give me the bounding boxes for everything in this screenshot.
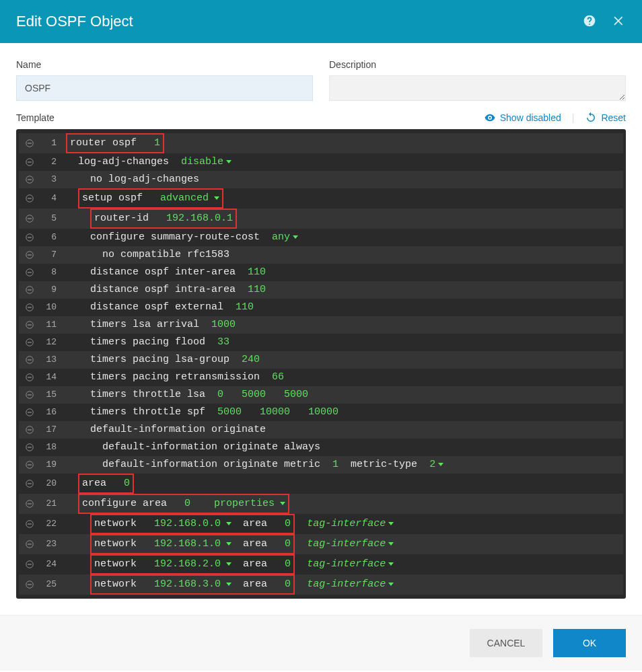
code-line[interactable]: 4 setup ospf advanced [19,188,623,209]
gutter-icon[interactable] [19,285,40,295]
gutter-icon[interactable] [19,499,40,509]
gutter-icon[interactable] [19,157,40,167]
name-label: Name [16,59,313,70]
code-line[interactable]: 23 network 192.168.1.0 area 0 tag-interf… [19,534,623,554]
dialog-footer: CANCEL OK [0,615,642,671]
code-line[interactable]: 1 router ospf 1 [19,133,623,153]
code-line[interactable]: 19 default-information originate metric … [19,456,623,474]
gutter-icon[interactable] [19,390,40,400]
code-line[interactable]: 24 network 192.168.2.0 area 0 tag-interf… [19,554,623,574]
code-line[interactable]: 25 network 192.168.3.0 area 0 tag-interf… [19,574,623,595]
eye-icon [484,112,496,124]
chevron-down-icon[interactable] [226,515,231,532]
line-number: 3 [40,171,62,188]
chevron-down-icon[interactable] [226,153,231,170]
gutter-icon[interactable] [19,268,40,277]
code-line[interactable]: 17 default-information originate [19,421,623,439]
gutter-icon[interactable] [19,250,40,260]
code-line[interactable]: 2 log-adj-changes disable [19,153,623,171]
svg-rect-23 [28,342,32,343]
chevron-down-icon[interactable] [280,494,285,512]
reset-button[interactable]: Reset [585,112,626,124]
code-line[interactable]: 11 timers lsa arrival 1000 [19,316,623,334]
code-line[interactable]: 20 area 0 [19,474,623,494]
line-number: 9 [40,281,62,299]
close-icon[interactable] [612,14,626,30]
line-number: 19 [40,456,62,474]
svg-rect-21 [28,325,32,326]
ok-button[interactable]: OK [553,629,626,657]
svg-rect-43 [28,524,32,525]
svg-rect-41 [28,504,32,505]
gutter-icon[interactable] [19,425,40,435]
code-line[interactable]: 15 timers throttle lsa 0 5000 5000 [19,386,623,404]
line-number: 4 [40,190,62,207]
gutter-icon[interactable] [19,560,40,569]
gutter-icon[interactable] [19,355,40,365]
line-number: 14 [40,369,62,386]
gutter-icon[interactable] [19,539,40,549]
cancel-button[interactable]: CANCEL [470,629,542,657]
code-line[interactable]: 5 router-id 192.168.0.1 [19,209,623,229]
chevron-down-icon[interactable] [388,515,394,532]
code-line[interactable]: 9 distance ospf intra-area 110 [19,281,623,299]
code-line[interactable]: 21 configure area 0 properties [19,494,623,514]
gutter-icon[interactable] [19,214,40,223]
chevron-down-icon[interactable] [226,535,231,552]
chevron-down-icon[interactable] [293,228,298,246]
code-line[interactable]: 8 distance ospf inter-area 110 [19,264,623,281]
gutter-icon[interactable] [19,460,40,470]
chevron-down-icon[interactable] [388,575,394,593]
gutter-icon[interactable] [19,320,40,330]
svg-rect-25 [28,360,32,361]
line-number: 10 [40,299,62,316]
gutter-icon[interactable] [19,338,40,347]
dialog-title: Edit OSPF Object [16,13,133,30]
gutter-icon[interactable] [19,519,40,529]
chevron-down-icon[interactable] [226,555,231,572]
gutter-icon[interactable] [19,139,40,148]
chevron-down-icon[interactable] [226,575,231,593]
code-line[interactable]: 12 timers pacing flood 33 [19,334,623,351]
chevron-down-icon[interactable] [388,555,394,572]
svg-rect-33 [28,430,32,431]
line-number: 11 [40,316,62,334]
gutter-icon[interactable] [19,175,40,184]
svg-rect-35 [28,447,32,448]
name-input[interactable] [16,75,313,101]
code-line[interactable]: 6 configure summary-route-cost any [19,229,623,246]
chevron-down-icon[interactable] [388,535,394,552]
code-line[interactable]: 13 timers pacing lsa-group 240 [19,351,623,369]
chevron-down-icon[interactable] [438,455,443,473]
line-number: 22 [40,515,62,533]
gutter-icon[interactable] [19,233,40,242]
code-line[interactable]: 18 default-information originate always [19,439,623,456]
code-line[interactable]: 3 no log-adj-changes [19,171,623,188]
svg-rect-11 [28,237,32,238]
code-line[interactable]: 7 no compatible rfc1583 [19,246,623,264]
line-number: 5 [40,210,62,227]
line-number: 7 [40,246,62,264]
code-line[interactable]: 10 distance ospf external 110 [19,299,623,316]
svg-rect-9 [28,219,32,219]
gutter-icon[interactable] [19,580,40,589]
help-icon[interactable] [583,14,596,30]
gutter-icon[interactable] [19,443,40,452]
gutter-icon[interactable] [19,373,40,382]
code-line[interactable]: 22 network 192.168.0.0 area 0 tag-interf… [19,514,623,534]
svg-rect-37 [28,465,32,465]
svg-rect-1 [28,143,32,144]
gutter-icon[interactable] [19,303,40,312]
gutter-icon[interactable] [19,194,40,203]
description-textarea[interactable] [329,75,626,101]
line-number: 1 [40,135,62,152]
line-number: 21 [40,495,62,513]
show-disabled-button[interactable]: Show disabled [484,112,561,124]
line-number: 12 [40,334,62,351]
chevron-down-icon[interactable] [214,189,219,207]
svg-rect-13 [28,255,32,256]
gutter-icon[interactable] [19,479,40,488]
code-line[interactable]: 14 timers pacing retransmission 66 [19,369,623,386]
gutter-icon[interactable] [19,408,40,417]
code-line[interactable]: 16 timers throttle spf 5000 10000 10000 [19,404,623,421]
